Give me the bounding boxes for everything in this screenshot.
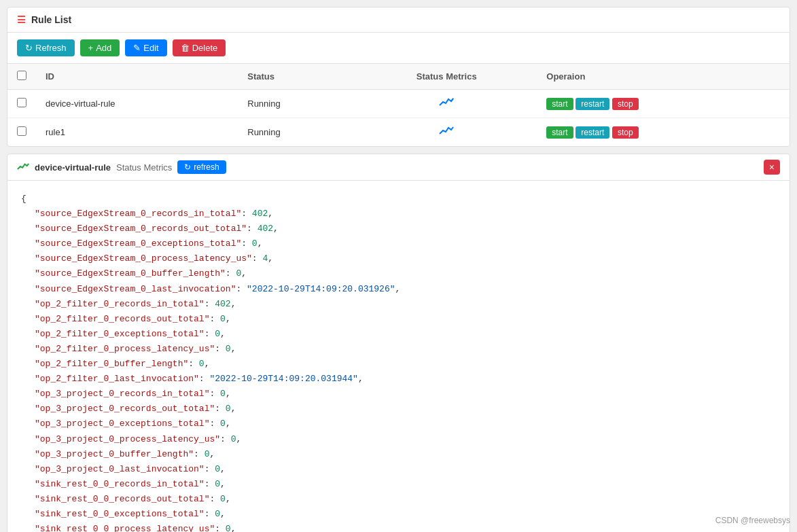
delete-icon: 🗑	[181, 43, 190, 53]
col-status: Status	[238, 64, 356, 90]
refresh-icon: ↻	[25, 43, 33, 53]
rule-list-icon: ☰	[17, 14, 26, 25]
json-line: "source_EdgexStream_0_records_out_total"…	[21, 224, 279, 234]
json-line: "source_EdgexStream_0_records_in_total":…	[21, 209, 273, 219]
json-line: "op_3_project_0_process_latency_us": 0,	[21, 434, 241, 444]
row1-metrics	[356, 90, 537, 118]
metrics-refresh-button[interactable]: ↻ refresh	[177, 160, 226, 174]
row1-checkbox-cell	[7, 90, 36, 118]
row2-metrics	[356, 118, 537, 147]
json-line: "op_3_project_0_records_in_total": 0,	[21, 389, 231, 399]
col-checkbox	[7, 64, 36, 90]
row1-id: device-virtual-rule	[36, 90, 238, 118]
row2-metrics-icon[interactable]	[439, 125, 454, 139]
row2-start-button[interactable]: start	[546, 126, 573, 139]
json-line: "sink_rest_0_0_records_in_total": 0,	[21, 479, 226, 489]
row1-status: Running	[238, 90, 356, 118]
metrics-refresh-icon: ↻	[184, 162, 191, 172]
row2-checkbox[interactable]	[17, 126, 26, 136]
row2-id: rule1	[36, 118, 238, 147]
row1-metrics-icon[interactable]	[439, 96, 454, 110]
metrics-content: { "source_EdgexStream_0_records_in_total…	[7, 181, 790, 532]
row1-ops: start restart stop	[537, 90, 790, 118]
row1-stop-button[interactable]: stop	[612, 98, 639, 110]
select-all-checkbox[interactable]	[17, 71, 26, 80]
row2-status: Running	[238, 118, 356, 147]
json-line: "op_2_filter_0_buffer_length": 0,	[21, 359, 209, 369]
row2-checkbox-cell	[7, 118, 36, 147]
watermark: CSDN @freewebsys	[715, 516, 790, 525]
delete-button[interactable]: 🗑 Delete	[173, 39, 226, 56]
edit-icon: ✎	[133, 43, 141, 53]
json-line: "op_3_project_0_records_out_total": 0,	[21, 404, 236, 414]
row2-stop-button[interactable]: stop	[612, 126, 639, 139]
json-line: "op_2_filter_0_exceptions_total": 0,	[21, 329, 226, 339]
json-line: "op_2_filter_0_last_invocation": "2022-1…	[21, 374, 364, 384]
json-line: "op_3_project_0_exceptions_total": 0,	[21, 419, 231, 429]
rules-table: ID Status Status Metrics Operaion device…	[7, 64, 790, 146]
refresh-button[interactable]: ↻ Refresh	[17, 39, 75, 56]
metrics-label: Status Metrics	[116, 162, 172, 173]
col-id: ID	[36, 64, 238, 90]
json-line: "source_EdgexStream_0_buffer_length": 0,	[21, 268, 247, 279]
json-line: "source_EdgexStream_0_exceptions_total":…	[21, 238, 262, 249]
table-header-row: ID Status Status Metrics Operaion	[7, 64, 790, 90]
rule-list-panel: ☰ Rule List ↻ Refresh + Add ✎ Edit 🗑 Del…	[7, 7, 790, 147]
col-operation: Operaion	[537, 64, 790, 90]
metrics-panel: device-virtual-rule Status Metrics ↻ ref…	[7, 154, 790, 532]
table-row: rule1 Running start restart stop	[7, 118, 790, 147]
metrics-close-button[interactable]: ×	[764, 160, 780, 175]
json-line: "op_3_project_0_buffer_length": 0,	[21, 449, 215, 459]
metrics-header: device-virtual-rule Status Metrics ↻ ref…	[7, 154, 790, 181]
json-line: "op_2_filter_0_records_in_total": 402,	[21, 299, 236, 309]
edit-button[interactable]: ✎ Edit	[125, 39, 166, 56]
json-line: "op_2_filter_0_process_latency_us": 0,	[21, 344, 236, 354]
row2-ops: start restart stop	[537, 118, 790, 147]
metrics-rule-name: device-virtual-rule	[35, 162, 111, 173]
json-line: "source_EdgexStream_0_process_latency_us…	[21, 253, 273, 264]
toolbar: ↻ Refresh + Add ✎ Edit 🗑 Delete	[7, 33, 790, 64]
json-line: "source_EdgexStream_0_last_invocation": …	[21, 284, 400, 294]
add-button[interactable]: + Add	[80, 39, 120, 56]
json-line: "sink_rest_0_0_records_out_total": 0,	[21, 494, 231, 504]
rule-list-header: ☰ Rule List	[7, 7, 790, 33]
json-line: "op_2_filter_0_records_out_total": 0,	[21, 314, 231, 324]
row2-restart-button[interactable]: restart	[575, 126, 609, 139]
page: ☰ Rule List ↻ Refresh + Add ✎ Edit 🗑 Del…	[0, 0, 797, 532]
col-status-metrics: Status Metrics	[356, 64, 537, 90]
json-line: "sink_rest_0_0_process_latency_us": 0,	[21, 524, 236, 532]
table-row: device-virtual-rule Running start restar…	[7, 90, 790, 118]
json-line: "op_3_project_0_last_invocation": 0,	[21, 464, 226, 474]
add-icon: +	[88, 43, 94, 53]
rule-list-title: Rule List	[31, 14, 71, 25]
metrics-chart-icon	[17, 162, 29, 173]
row1-checkbox[interactable]	[17, 98, 26, 107]
row1-start-button[interactable]: start	[546, 98, 573, 110]
json-line: "sink_rest_0_0_exceptions_total": 0,	[21, 509, 226, 519]
json-open-brace: {	[21, 194, 26, 204]
row1-restart-button[interactable]: restart	[575, 98, 609, 110]
